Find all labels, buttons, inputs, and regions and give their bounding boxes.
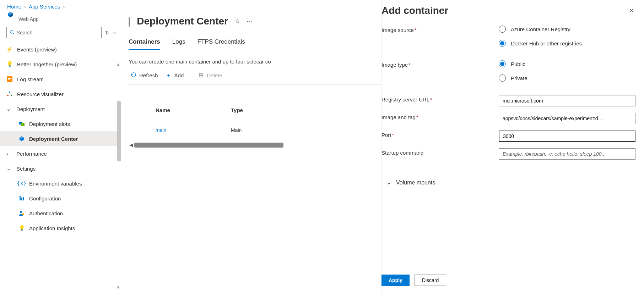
delete-button[interactable]: Delete (198, 72, 222, 79)
sidebar-item-resource-visualizer[interactable]: Resource visualizer (0, 87, 121, 101)
delete-label: Delete (207, 72, 222, 78)
sidebar-group-label: Performance (16, 151, 47, 157)
sidebar-item-configuration[interactable]: Configuration (0, 191, 121, 206)
refresh-button[interactable]: Refresh (131, 72, 158, 79)
radio-private[interactable]: Private (499, 74, 635, 82)
chevron-right-icon: › (6, 151, 12, 157)
svg-rect-3 (8, 78, 11, 79)
scroll-left-icon[interactable]: ◀ (128, 142, 134, 148)
svg-rect-11 (21, 123, 25, 126)
sidebar-item-label: Deployment slots (29, 121, 70, 127)
sidebar-item-label: Configuration (29, 195, 61, 201)
close-icon[interactable]: ✕ (627, 5, 635, 16)
sidebar-group-deployment[interactable]: ⌄ Deployment (0, 101, 121, 116)
svg-line-1 (13, 33, 14, 34)
apply-button[interactable]: Apply (381, 275, 410, 286)
startup-command-input[interactable] (499, 148, 635, 160)
label-startup: Startup command (381, 148, 499, 160)
page-title: Deployment Center (137, 16, 228, 27)
scrollbar-thumb[interactable] (134, 143, 283, 148)
collapse-sidebar-icon[interactable]: « (113, 30, 116, 35)
svg-rect-4 (8, 79, 10, 80)
sidebar-item-label: Events (preview) (17, 46, 57, 52)
svg-rect-2 (7, 76, 12, 82)
sidebar-group-performance[interactable]: › Performance (0, 146, 121, 161)
expander-label: Volume mounts (396, 179, 435, 186)
refresh-icon (131, 72, 136, 79)
scroll-down-icon[interactable]: ▼ (116, 285, 121, 290)
svg-point-6 (7, 95, 9, 96)
scroll-up-icon[interactable]: ▲ (116, 62, 121, 67)
radio-icon (499, 74, 506, 82)
more-icon[interactable]: ⋯ (247, 17, 253, 25)
sidebar-item-env-vars[interactable]: {x} Environment variables (0, 176, 121, 191)
sidebar-item-deployment-slots[interactable]: Deployment slots (0, 116, 121, 131)
lightning-icon: ⚡ (6, 46, 13, 52)
sidebar-group-label: Deployment (16, 106, 45, 112)
toolbar-separator (191, 71, 191, 79)
radio-icon (499, 40, 506, 47)
radio-acr[interactable]: Azure Container Registry (499, 26, 635, 33)
radio-public[interactable]: Public (499, 60, 635, 67)
sidebar-item-label: Application Insights (29, 225, 75, 231)
plus-icon: ＋ (165, 71, 172, 79)
tab-ftps[interactable]: FTPS Credentials (197, 38, 245, 50)
authentication-icon (18, 210, 25, 216)
lightbulb-icon: 💡 (6, 61, 13, 67)
favorite-icon[interactable]: ☆ (234, 17, 240, 25)
port-input[interactable] (499, 131, 635, 142)
radio-label: Azure Container Registry (511, 26, 570, 32)
sidebar-group-settings[interactable]: ⌄ Settings (0, 161, 121, 176)
tab-containers[interactable]: Containers (129, 38, 160, 50)
search-field[interactable] (17, 30, 98, 35)
sidebar-item-label: Environment variables (29, 181, 82, 187)
radio-dockerhub[interactable]: Docker Hub or other registries (499, 40, 635, 47)
chevron-down-icon: ⌄ (6, 106, 12, 112)
configuration-icon (18, 195, 25, 201)
chevron-down-icon: ⌄ (6, 165, 12, 172)
svg-point-15 (20, 211, 22, 213)
sort-icon[interactable]: ⇅ (105, 30, 109, 35)
svg-rect-14 (23, 197, 24, 200)
label-port: Port* (381, 131, 499, 142)
volume-mounts-expander[interactable]: ⌄ Volume mounts (381, 172, 635, 193)
row-name-link[interactable]: main (156, 127, 166, 133)
col-header-name[interactable]: Name (128, 107, 231, 113)
sidebar-item-deployment-center[interactable]: Deployment Center (0, 131, 121, 146)
label-image-source: Image source* (381, 26, 499, 54)
slots-icon (18, 121, 25, 127)
sidebar-nav: ⚡ Events (preview) 💡 Better Together (pr… (0, 41, 121, 236)
sidebar-item-better-together[interactable]: 💡 Better Together (preview) (0, 57, 121, 72)
log-stream-icon (6, 76, 13, 82)
scrollbar-thumb[interactable] (117, 101, 121, 161)
registry-url-input[interactable] (499, 95, 635, 106)
sidebar-item-app-insights[interactable]: 💡 Application Insights (0, 221, 121, 236)
trash-icon (198, 72, 204, 79)
sidebar-item-authentication[interactable]: Authentication (0, 206, 121, 221)
radio-label: Docker Hub or other registries (511, 40, 582, 46)
image-tag-input[interactable] (499, 113, 635, 124)
tab-logs[interactable]: Logs (172, 38, 185, 50)
panel-footer: Apply Discard (381, 270, 644, 293)
svg-point-7 (11, 95, 12, 96)
label-registry-url: Registry server URL* (381, 95, 499, 106)
sidebar-item-label: Better Together (preview) (17, 61, 77, 67)
svg-rect-13 (21, 198, 22, 200)
sidebar-item-log-stream[interactable]: Log stream (0, 72, 121, 87)
sidebar-item-events[interactable]: ⚡ Events (preview) (0, 42, 121, 57)
label-image-tag: Image and tag* (381, 113, 499, 124)
panel-title: Add container (381, 5, 448, 16)
sidebar-item-label: Log stream (17, 76, 44, 82)
col-header-type[interactable]: Type (231, 107, 274, 113)
chevron-down-icon: ⌄ (386, 179, 391, 186)
radio-icon (499, 26, 506, 33)
discard-button[interactable]: Discard (415, 275, 446, 286)
sidebar-item-label: Deployment Center (29, 136, 78, 142)
app-insights-icon: 💡 (18, 225, 25, 231)
svg-line-8 (8, 93, 10, 95)
svg-line-9 (10, 93, 11, 95)
add-button[interactable]: ＋ Add (165, 71, 184, 79)
search-input[interactable] (6, 27, 102, 38)
svg-rect-12 (20, 196, 21, 200)
refresh-label: Refresh (139, 72, 158, 78)
